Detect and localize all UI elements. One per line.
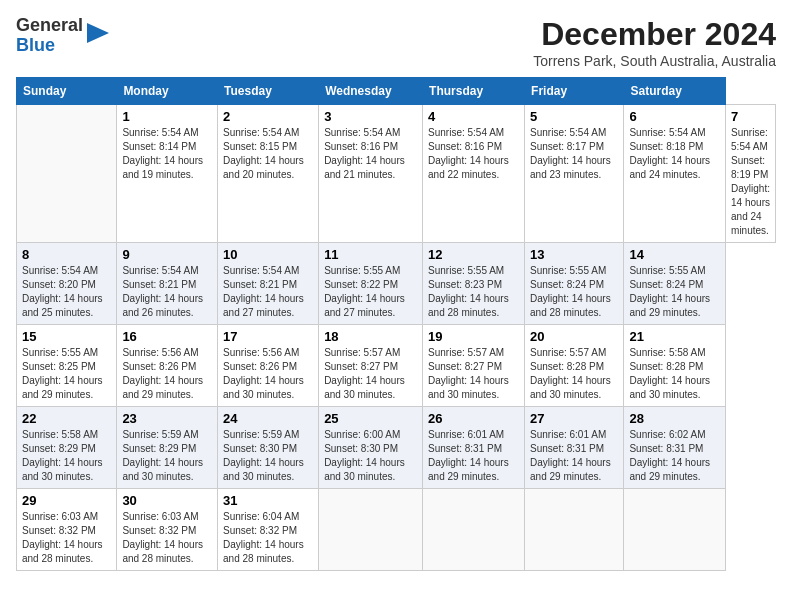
col-wednesday: Wednesday: [319, 78, 423, 105]
day-info: Sunrise: 5:58 AM Sunset: 8:29 PM Dayligh…: [22, 428, 111, 484]
calendar-table: Sunday Monday Tuesday Wednesday Thursday…: [16, 77, 776, 571]
day-info: Sunrise: 5:54 AM Sunset: 8:14 PM Dayligh…: [122, 126, 212, 182]
day-info: Sunrise: 5:54 AM Sunset: 8:20 PM Dayligh…: [22, 264, 111, 320]
day-number: 27: [530, 411, 618, 426]
calendar-cell: 4 Sunrise: 5:54 AM Sunset: 8:16 PM Dayli…: [423, 105, 525, 243]
calendar-cell: 28 Sunrise: 6:02 AM Sunset: 8:31 PM Dayl…: [624, 407, 726, 489]
day-info: Sunrise: 5:57 AM Sunset: 8:28 PM Dayligh…: [530, 346, 618, 402]
calendar-cell: 10 Sunrise: 5:54 AM Sunset: 8:21 PM Dayl…: [218, 243, 319, 325]
calendar-cell: 9 Sunrise: 5:54 AM Sunset: 8:21 PM Dayli…: [117, 243, 218, 325]
calendar-cell: 19 Sunrise: 5:57 AM Sunset: 8:27 PM Dayl…: [423, 325, 525, 407]
calendar-cell: [525, 489, 624, 571]
calendar-cell: 5 Sunrise: 5:54 AM Sunset: 8:17 PM Dayli…: [525, 105, 624, 243]
day-number: 12: [428, 247, 519, 262]
day-number: 24: [223, 411, 313, 426]
logo-line2: Blue: [16, 36, 83, 56]
calendar-cell: 12 Sunrise: 5:55 AM Sunset: 8:23 PM Dayl…: [423, 243, 525, 325]
calendar-cell: 17 Sunrise: 5:56 AM Sunset: 8:26 PM Dayl…: [218, 325, 319, 407]
day-info: Sunrise: 6:01 AM Sunset: 8:31 PM Dayligh…: [428, 428, 519, 484]
day-info: Sunrise: 5:57 AM Sunset: 8:27 PM Dayligh…: [324, 346, 417, 402]
day-info: Sunrise: 5:56 AM Sunset: 8:26 PM Dayligh…: [122, 346, 212, 402]
calendar-cell: 26 Sunrise: 6:01 AM Sunset: 8:31 PM Dayl…: [423, 407, 525, 489]
day-info: Sunrise: 5:54 AM Sunset: 8:16 PM Dayligh…: [324, 126, 417, 182]
calendar-cell: 18 Sunrise: 5:57 AM Sunset: 8:27 PM Dayl…: [319, 325, 423, 407]
day-info: Sunrise: 5:59 AM Sunset: 8:29 PM Dayligh…: [122, 428, 212, 484]
day-number: 8: [22, 247, 111, 262]
col-monday: Monday: [117, 78, 218, 105]
day-number: 21: [629, 329, 720, 344]
day-number: 31: [223, 493, 313, 508]
day-info: Sunrise: 5:54 AM Sunset: 8:21 PM Dayligh…: [223, 264, 313, 320]
day-info: Sunrise: 5:54 AM Sunset: 8:19 PM Dayligh…: [731, 126, 770, 238]
day-info: Sunrise: 5:54 AM Sunset: 8:15 PM Dayligh…: [223, 126, 313, 182]
day-number: 29: [22, 493, 111, 508]
col-friday: Friday: [525, 78, 624, 105]
calendar-header-row: Sunday Monday Tuesday Wednesday Thursday…: [17, 78, 776, 105]
day-info: Sunrise: 5:55 AM Sunset: 8:24 PM Dayligh…: [629, 264, 720, 320]
day-number: 25: [324, 411, 417, 426]
col-thursday: Thursday: [423, 78, 525, 105]
day-number: 4: [428, 109, 519, 124]
day-number: 16: [122, 329, 212, 344]
day-info: Sunrise: 5:59 AM Sunset: 8:30 PM Dayligh…: [223, 428, 313, 484]
calendar-cell: [624, 489, 726, 571]
day-number: 9: [122, 247, 212, 262]
day-info: Sunrise: 5:55 AM Sunset: 8:24 PM Dayligh…: [530, 264, 618, 320]
calendar-week-row: 15 Sunrise: 5:55 AM Sunset: 8:25 PM Dayl…: [17, 325, 776, 407]
logo: General Blue: [16, 16, 109, 56]
day-info: Sunrise: 5:54 AM Sunset: 8:17 PM Dayligh…: [530, 126, 618, 182]
day-number: 14: [629, 247, 720, 262]
logo-line1: General: [16, 16, 83, 36]
day-info: Sunrise: 5:57 AM Sunset: 8:27 PM Dayligh…: [428, 346, 519, 402]
day-info: Sunrise: 6:04 AM Sunset: 8:32 PM Dayligh…: [223, 510, 313, 566]
calendar-cell: 2 Sunrise: 5:54 AM Sunset: 8:15 PM Dayli…: [218, 105, 319, 243]
calendar-cell: 11 Sunrise: 5:55 AM Sunset: 8:22 PM Dayl…: [319, 243, 423, 325]
day-number: 10: [223, 247, 313, 262]
page-header: General Blue December 2024 Torrens Park,…: [16, 16, 776, 69]
day-number: 23: [122, 411, 212, 426]
day-info: Sunrise: 5:54 AM Sunset: 8:21 PM Dayligh…: [122, 264, 212, 320]
calendar-cell: 25 Sunrise: 6:00 AM Sunset: 8:30 PM Dayl…: [319, 407, 423, 489]
calendar-cell: 20 Sunrise: 5:57 AM Sunset: 8:28 PM Dayl…: [525, 325, 624, 407]
calendar-cell: [17, 105, 117, 243]
calendar-cell: 29 Sunrise: 6:03 AM Sunset: 8:32 PM Dayl…: [17, 489, 117, 571]
day-info: Sunrise: 6:01 AM Sunset: 8:31 PM Dayligh…: [530, 428, 618, 484]
day-info: Sunrise: 5:55 AM Sunset: 8:23 PM Dayligh…: [428, 264, 519, 320]
calendar-cell: 27 Sunrise: 6:01 AM Sunset: 8:31 PM Dayl…: [525, 407, 624, 489]
calendar-week-row: 29 Sunrise: 6:03 AM Sunset: 8:32 PM Dayl…: [17, 489, 776, 571]
day-number: 6: [629, 109, 720, 124]
day-info: Sunrise: 6:00 AM Sunset: 8:30 PM Dayligh…: [324, 428, 417, 484]
calendar-cell: 31 Sunrise: 6:04 AM Sunset: 8:32 PM Dayl…: [218, 489, 319, 571]
day-number: 5: [530, 109, 618, 124]
calendar-cell: 22 Sunrise: 5:58 AM Sunset: 8:29 PM Dayl…: [17, 407, 117, 489]
day-number: 15: [22, 329, 111, 344]
calendar-cell: 30 Sunrise: 6:03 AM Sunset: 8:32 PM Dayl…: [117, 489, 218, 571]
day-info: Sunrise: 6:03 AM Sunset: 8:32 PM Dayligh…: [122, 510, 212, 566]
calendar-cell: 8 Sunrise: 5:54 AM Sunset: 8:20 PM Dayli…: [17, 243, 117, 325]
day-number: 1: [122, 109, 212, 124]
calendar-cell: 15 Sunrise: 5:55 AM Sunset: 8:25 PM Dayl…: [17, 325, 117, 407]
calendar-cell: 23 Sunrise: 5:59 AM Sunset: 8:29 PM Dayl…: [117, 407, 218, 489]
title-block: December 2024 Torrens Park, South Austra…: [533, 16, 776, 69]
day-info: Sunrise: 5:58 AM Sunset: 8:28 PM Dayligh…: [629, 346, 720, 402]
day-number: 22: [22, 411, 111, 426]
col-sunday: Sunday: [17, 78, 117, 105]
day-info: Sunrise: 5:56 AM Sunset: 8:26 PM Dayligh…: [223, 346, 313, 402]
day-number: 17: [223, 329, 313, 344]
month-title: December 2024: [533, 16, 776, 53]
calendar-cell: 14 Sunrise: 5:55 AM Sunset: 8:24 PM Dayl…: [624, 243, 726, 325]
day-number: 11: [324, 247, 417, 262]
calendar-cell: 7 Sunrise: 5:54 AM Sunset: 8:19 PM Dayli…: [726, 105, 776, 243]
day-info: Sunrise: 6:03 AM Sunset: 8:32 PM Dayligh…: [22, 510, 111, 566]
calendar-cell: 24 Sunrise: 5:59 AM Sunset: 8:30 PM Dayl…: [218, 407, 319, 489]
day-info: Sunrise: 5:55 AM Sunset: 8:25 PM Dayligh…: [22, 346, 111, 402]
day-number: 13: [530, 247, 618, 262]
day-number: 30: [122, 493, 212, 508]
day-info: Sunrise: 6:02 AM Sunset: 8:31 PM Dayligh…: [629, 428, 720, 484]
svg-marker-0: [87, 23, 109, 43]
day-number: 26: [428, 411, 519, 426]
location-subtitle: Torrens Park, South Australia, Australia: [533, 53, 776, 69]
calendar-cell: 3 Sunrise: 5:54 AM Sunset: 8:16 PM Dayli…: [319, 105, 423, 243]
calendar-cell: [319, 489, 423, 571]
calendar-cell: 21 Sunrise: 5:58 AM Sunset: 8:28 PM Dayl…: [624, 325, 726, 407]
